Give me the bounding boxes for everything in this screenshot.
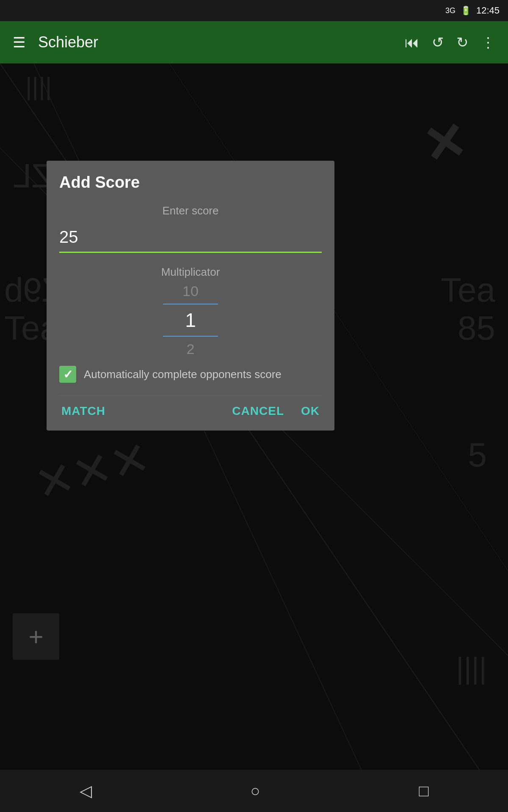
score-input-container[interactable]: 25: [59, 224, 322, 253]
spinner-below: 2: [187, 341, 195, 357]
battery-icon: 🔋: [461, 5, 471, 16]
match-button[interactable]: MATCH: [59, 400, 108, 422]
toolbar-actions: ⏮ ↺ ↻ ⋮: [405, 34, 495, 51]
time-display: 12:45: [476, 5, 500, 16]
cancel-button[interactable]: CANCEL: [230, 400, 286, 422]
auto-complete-label: Automatically complete opponents score: [84, 368, 282, 381]
dialog-right-buttons: CANCEL OK: [230, 400, 322, 422]
ok-button[interactable]: OK: [299, 400, 322, 422]
redo-button[interactable]: ↻: [456, 34, 468, 51]
more-options-button[interactable]: ⋮: [481, 34, 495, 51]
dialog-buttons: MATCH CANCEL OK: [59, 395, 322, 422]
app-toolbar: ☰ Schieber ⏮ ↺ ↻ ⋮: [0, 21, 508, 63]
spinner-current-value: 1: [185, 309, 196, 332]
score-input-underline: [59, 252, 322, 253]
home-nav-button[interactable]: ○: [234, 776, 277, 807]
app-title: Schieber: [38, 33, 405, 51]
signal-icon: 3G: [445, 6, 456, 15]
fast-back-button[interactable]: ⏮: [405, 34, 419, 51]
nav-bar: ◁ ○ □: [0, 770, 508, 812]
recents-nav-button[interactable]: □: [402, 776, 446, 807]
dialog-title: Add Score: [59, 173, 322, 192]
multiplicator-label: Multiplicator: [59, 266, 322, 279]
auto-complete-checkbox[interactable]: ✓: [59, 366, 76, 383]
undo-button[interactable]: ↺: [432, 34, 444, 51]
spinner-line-top: [163, 304, 218, 304]
spinner-line-bottom: [163, 336, 218, 337]
checkmark-icon: ✓: [63, 368, 73, 381]
menu-icon[interactable]: ☰: [13, 34, 25, 51]
status-bar: 3G 🔋 12:45: [0, 0, 508, 21]
score-input-value[interactable]: 25: [59, 224, 322, 250]
spinner-above: 10: [182, 283, 199, 299]
add-score-dialog: Add Score Enter score 25 Multiplicator 1…: [47, 161, 334, 431]
auto-complete-checkbox-row[interactable]: ✓ Automatically complete opponents score: [59, 366, 322, 383]
back-nav-button[interactable]: ◁: [63, 775, 109, 807]
multiplicator-spinner[interactable]: 10 1 2: [59, 283, 322, 357]
enter-score-label: Enter score: [59, 204, 322, 217]
